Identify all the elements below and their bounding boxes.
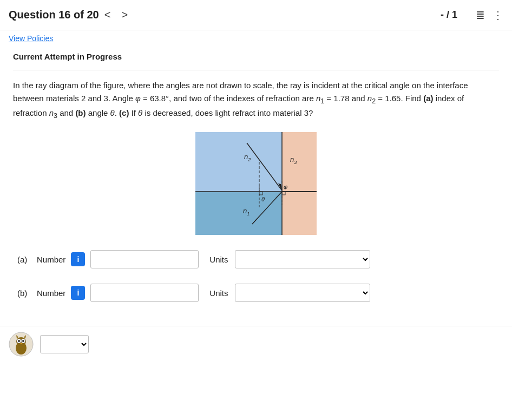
prev-button[interactable]: < [99, 6, 116, 23]
divider [13, 70, 499, 70]
answer-row-a: (a) Number i Units No units ° rad [17, 250, 495, 268]
answer-rows: (a) Number i Units No units ° rad (b) Nu… [13, 250, 499, 302]
question-text: In the ray diagram of the figure, where … [13, 79, 499, 121]
row-b-units-select[interactable]: No units ° rad [235, 284, 370, 302]
current-attempt-label: Current Attempt in Progress [13, 52, 499, 61]
row-a-info-button[interactable]: i [71, 252, 85, 266]
header: Question 16 of 20 < > - / 1 ≣ ⋮ [0, 0, 512, 30]
ray-diagram: n2 n3 n1 φ θ [195, 132, 317, 235]
row-b-label: (b) [17, 288, 37, 298]
list-icon[interactable]: ≣ [476, 9, 485, 22]
diagram-wrapper: n2 n3 n1 φ θ [13, 132, 499, 235]
bottom-answer-select[interactable]: Yes No [40, 335, 89, 353]
svg-rect-3 [282, 192, 317, 235]
row-b-number-input[interactable] [90, 284, 199, 302]
svg-point-27 [22, 340, 24, 342]
row-a-number-label: Number [37, 255, 65, 264]
svg-rect-1 [282, 132, 317, 192]
row-b-info-button[interactable]: i [71, 286, 85, 300]
svg-text:φ: φ [284, 183, 287, 190]
avatar-icon [9, 332, 34, 357]
view-policies-section: View Policies [0, 30, 512, 43]
next-button[interactable]: > [116, 6, 133, 23]
row-b-units-label: Units [209, 288, 228, 298]
svg-rect-2 [195, 192, 282, 235]
question-counter: Question 16 of 20 [9, 9, 99, 21]
view-policies-link[interactable]: View Policies [9, 34, 53, 43]
bottom-area: Yes No [0, 326, 512, 362]
svg-text:θ: θ [261, 196, 265, 202]
answer-row-b: (b) Number i Units No units ° rad [17, 284, 495, 302]
svg-rect-0 [195, 132, 282, 192]
more-icon[interactable]: ⋮ [493, 9, 503, 22]
score-display: - / 1 [441, 9, 457, 21]
row-a-number-input[interactable] [90, 250, 199, 268]
row-a-units-label: Units [209, 255, 228, 264]
row-a-units-select[interactable]: No units ° rad [235, 250, 370, 268]
row-a-label: (a) [17, 255, 37, 264]
svg-point-26 [18, 340, 20, 342]
row-b-number-label: Number [37, 288, 65, 298]
main-content: Current Attempt in Progress In the ray d… [0, 43, 512, 326]
